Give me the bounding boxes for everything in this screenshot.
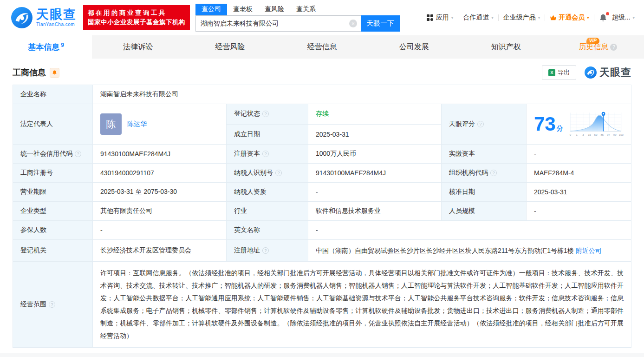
svg-text:99: 99 (613, 133, 617, 136)
nav-partner[interactable]: 合作通道 ▾ (463, 13, 494, 22)
bell-icon (52, 70, 57, 75)
export-button[interactable]: X 导出 (542, 65, 576, 80)
promo-line1: 都在用的商业查询工具 (88, 8, 185, 18)
divider (458, 14, 458, 21)
svg-text:85: 85 (600, 133, 604, 136)
vip-badge: VIP (586, 38, 599, 44)
logo-title: 天眼查 (36, 8, 77, 21)
top-header: 天眼查 TianYanCha.com 都在用的商业查询工具 国家中小企业发展子基… (0, 0, 644, 35)
watermark-logo: 天眼查 (585, 66, 631, 79)
search-area: 查公司 查老板 查风险 查关系 ✕ 天眼一下 (195, 4, 400, 32)
label-business-scope: 经营范围? (13, 262, 93, 348)
monitor-bell-button[interactable] (50, 68, 59, 78)
logo-subtitle: TianYanCha.com (36, 22, 77, 27)
tab-basic-info[interactable]: 基本信息 9 (0, 35, 92, 59)
label-approval-date: 核准日期 (442, 183, 527, 202)
avatar[interactable]: 陈 (100, 113, 122, 135)
nav-vip[interactable]: 开通会员 ▾ (550, 13, 589, 22)
search-tabs: 查公司 查老板 查风险 查关系 (195, 4, 400, 15)
tab-operation-risk[interactable]: 经营风险 (184, 35, 276, 59)
value-org-code: MAEF284M-4 (527, 164, 631, 183)
svg-text:100: 100 (619, 133, 624, 136)
value-reg-capital: 1000万人民币 (308, 145, 442, 164)
label-company-type: 企业类型 (13, 202, 93, 221)
score-number: 73分 (534, 114, 563, 134)
tab-history-info[interactable]: VIP 历史信息 ? (552, 35, 644, 59)
status-badge: 存续 (316, 110, 329, 117)
tab-intellectual-property[interactable]: 知识产权 (460, 35, 552, 59)
nav-enterprise[interactable]: 企业级产品 ▾ (503, 13, 540, 22)
label-org-code: 组织机构代码? (442, 164, 527, 183)
help-icon[interactable]: ? (49, 301, 55, 308)
tab-company-development[interactable]: 公司发展 (368, 35, 460, 59)
value-tyc-score[interactable]: 73分 (527, 104, 631, 145)
nearby-companies-link[interactable]: 附近公司 (576, 247, 602, 254)
value-taxpayer-quality: - (308, 183, 442, 202)
help-icon[interactable]: ? (75, 151, 81, 157)
search-button[interactable]: 天眼一下 (361, 15, 400, 32)
search-tab-relation[interactable]: 查关系 (290, 4, 322, 15)
value-company-name: 湖南智启未来科技有限公司 (93, 85, 631, 104)
label-credit-code: 统一社会信用代码? (13, 145, 93, 164)
legal-rep-link[interactable]: 陈运华 (127, 120, 147, 128)
value-establish-date: 2025-03-31 (308, 124, 442, 145)
value-paid-capital: - (527, 145, 631, 164)
nav-vip-label: 开通会员 (559, 13, 585, 22)
svg-text:97: 97 (607, 133, 610, 136)
nav-account[interactable]: 超级... ▾ (612, 13, 635, 22)
chevron-down-icon: ▾ (491, 15, 494, 20)
search-tab-company[interactable]: 查公司 (195, 4, 227, 15)
notification-dot (606, 12, 609, 15)
promo-banner: 都在用的商业查询工具 国家中小企业发展子基金旗下机构 (83, 5, 190, 31)
tab-label: 经营风险 (215, 42, 245, 52)
help-icon[interactable]: ? (610, 44, 617, 51)
nav-account-label: 超级... (612, 13, 631, 22)
label-reg-address: 注册地址? (227, 240, 308, 262)
nav-apps[interactable]: 应用 ▾ (427, 13, 454, 22)
value-business-scope: 许可项目：互联网信息服务。（依法须经批准的项目，经相关部门批准后方可开展经营活动… (93, 262, 631, 348)
label-reg-authority: 登记机关 (13, 240, 93, 262)
value-credit-code: 91430100MAEF284M4J (93, 145, 227, 164)
divider (594, 14, 594, 21)
tab-count: 9 (61, 42, 64, 48)
tab-business-info[interactable]: 经营信息 (276, 35, 368, 59)
value-approval-date: 2025-03-31 (527, 183, 631, 202)
help-icon[interactable]: ? (262, 111, 269, 117)
notifications-bell[interactable] (599, 13, 607, 22)
help-icon[interactable]: ? (262, 247, 269, 254)
search-input[interactable] (195, 15, 361, 32)
value-reg-address: 中国（湖南）自由贸易试验区长沙片区长沙经开区区块人民东路211号东方韵动汇1号栋… (308, 240, 631, 262)
help-icon[interactable]: ? (275, 170, 282, 176)
crown-icon (550, 14, 557, 21)
label-company-name: 企业名称 (13, 85, 93, 104)
tianyancha-logo[interactable]: 天眼查 TianYanCha.com (11, 7, 77, 28)
tab-label: 法律诉讼 (123, 42, 153, 52)
tab-label: 经营信息 (307, 42, 337, 52)
svg-text:3: 3 (582, 133, 584, 136)
label-taxpayer-quality: 纳税人资质 (227, 183, 308, 202)
nav-apps-label: 应用 (436, 13, 449, 22)
clear-icon[interactable]: ✕ (349, 20, 357, 27)
table-row: 登记机关 长沙经济技术开发区管理委员会 注册地址? 中国（湖南）自由贸易试验区长… (13, 240, 631, 262)
excel-icon: X (548, 69, 555, 76)
divider (498, 14, 499, 21)
value-reg-authority: 长沙经济技术开发区管理委员会 (93, 240, 227, 262)
search-tab-boss[interactable]: 查老板 (227, 4, 259, 15)
help-icon[interactable]: ? (477, 121, 484, 127)
label-business-term: 营业期限 (13, 183, 93, 202)
help-icon[interactable]: ? (262, 151, 269, 157)
label-establish-date: 成立日期 (227, 124, 308, 145)
label-staff-size: 人员规模 (442, 202, 527, 221)
label-reg-status: 登记状态? (227, 104, 308, 125)
value-insured-count: - (93, 221, 227, 240)
value-reg-status: 存续 (308, 104, 442, 125)
section-title: 工商信息 (13, 67, 46, 78)
value-taxpayer-id: 91430100MAEF284M4J (308, 164, 442, 183)
header-nav: 应用 ▾ 合作通道 ▾ 企业级产品 ▾ 开通会员 ▾ (427, 13, 635, 22)
svg-text:0: 0 (570, 133, 572, 136)
help-icon[interactable]: ? (490, 170, 497, 176)
tab-label: 基本信息 (28, 42, 59, 53)
tab-legal[interactable]: 法律诉讼 (92, 35, 184, 59)
svg-text:15: 15 (588, 133, 591, 136)
search-tab-risk[interactable]: 查风险 (259, 4, 290, 15)
